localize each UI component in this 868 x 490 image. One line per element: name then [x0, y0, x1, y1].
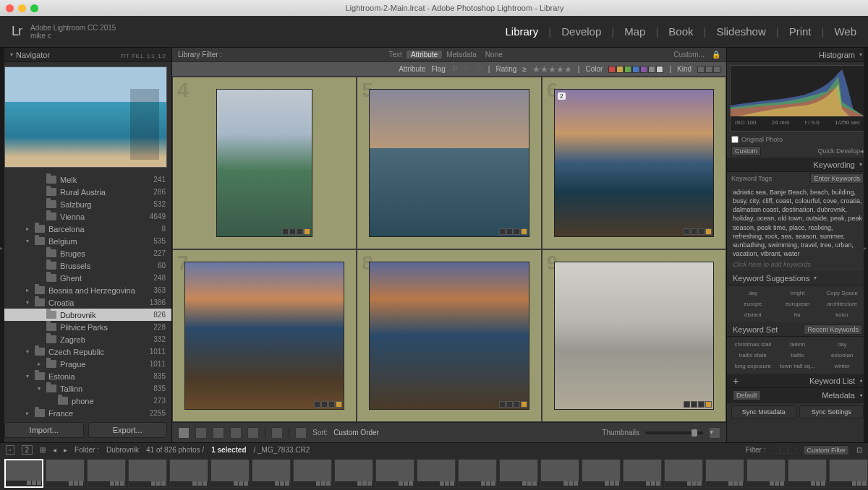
sort-direction-icon[interactable]	[295, 427, 307, 439]
flag-filter-icon[interactable]	[773, 447, 780, 454]
filmstrip[interactable]	[0, 457, 868, 490]
filter-tab-attribute[interactable]: Attribute	[407, 51, 442, 59]
filmstrip-thumbnail[interactable]	[499, 459, 538, 488]
thumb-badge-icon[interactable]	[691, 228, 697, 235]
navigator-preview[interactable]	[4, 66, 167, 168]
thumb-badge-icon[interactable]	[321, 401, 328, 408]
grid-cell[interactable]: 7	[172, 249, 357, 422]
grid-cell[interactable]: 62	[542, 77, 726, 249]
sort-dropdown[interactable]: Custom Order	[333, 429, 379, 437]
disclosure-triangle-icon[interactable]: ▾	[10, 51, 13, 58]
lock-icon[interactable]: 🔒	[712, 51, 720, 59]
thumb-badge-icon[interactable]	[521, 401, 527, 408]
grid-cell[interactable]: 4	[172, 77, 357, 249]
disclosure-arrow-icon[interactable]: ▾	[26, 373, 35, 379]
filmstrip-thumbnail[interactable]	[293, 459, 332, 488]
flag-pick-icon[interactable]: ⚐	[451, 65, 458, 73]
thumb-badge-icon[interactable]	[289, 228, 296, 235]
add-keyword-icon[interactable]: +	[733, 375, 739, 387]
disclosure-arrow-icon[interactable]: ▸	[38, 361, 46, 367]
folder-row[interactable]: ▾Belgium535	[0, 235, 171, 247]
thumb-badge-icon[interactable]	[521, 228, 527, 235]
nav-mode-fill[interactable]: FILL	[132, 53, 144, 59]
thumb-badge-icon[interactable]	[336, 401, 342, 408]
filmstrip-thumbnail[interactable]	[623, 459, 662, 488]
filmstrip-thumbnail[interactable]	[252, 459, 291, 488]
stack-badge[interactable]: 2	[558, 93, 566, 100]
filmstrip-thumbnail[interactable]	[210, 459, 250, 488]
toolbar-menu-icon[interactable]: ▾	[709, 427, 720, 439]
thumb-badge-icon[interactable]	[705, 228, 712, 235]
keyword-suggestion[interactable]: baltic state	[731, 351, 775, 360]
filter-tab-metadata[interactable]: Metadata	[442, 51, 481, 59]
filmstrip-thumbnail[interactable]	[375, 459, 414, 488]
filmstrip-thumbnail[interactable]	[334, 459, 373, 488]
filmstrip-thumbnail[interactable]	[829, 459, 868, 488]
disclosure-triangle-icon[interactable]: ▾	[859, 161, 862, 168]
folder-row[interactable]: ▾Czech Republic1011	[0, 345, 171, 358]
thumbnail[interactable]	[369, 262, 529, 410]
folder-row[interactable]: ▾Estonia835	[0, 370, 171, 382]
keyword-suggestion[interactable]: long exposure	[731, 361, 775, 371]
module-library[interactable]: Library	[505, 25, 538, 38]
thumbnail[interactable]	[369, 89, 529, 237]
flag-unflag-icon[interactable]: ⚐	[464, 65, 470, 73]
disclosure-triangle-icon[interactable]: ◂	[859, 377, 862, 384]
disclosure-triangle-icon[interactable]: ▾	[814, 275, 817, 281]
thumbnail-size-slider[interactable]	[645, 431, 703, 434]
filter-lock-icon[interactable]: ⊡	[856, 446, 862, 454]
folder-row[interactable]: ▾Tallinn835	[0, 382, 171, 395]
close-window-button[interactable]	[6, 4, 14, 12]
export-button[interactable]: Export...	[88, 422, 168, 438]
filter-tab-text[interactable]: Text	[385, 51, 407, 59]
keyword-suggestion[interactable]: Copy Space	[820, 288, 864, 298]
painter-icon[interactable]	[271, 427, 283, 439]
thumb-badge-icon[interactable]	[304, 228, 310, 235]
filmstrip-thumbnail[interactable]	[128, 459, 167, 488]
folder-row[interactable]: Bruges227	[0, 247, 171, 259]
thumb-badge-icon[interactable]	[297, 228, 303, 235]
navigator-header[interactable]: ▾ Navigator FITFILL1:11:2	[0, 48, 171, 62]
grid-nav-icon[interactable]: ⊞	[40, 446, 46, 454]
keyword-suggestion[interactable]: europe	[731, 299, 775, 309]
thumb-badge-icon[interactable]	[499, 401, 506, 408]
kind-vcopy-icon[interactable]	[705, 66, 712, 73]
module-develop[interactable]: Develop	[561, 25, 601, 38]
secondary-window-icon[interactable]: ▫	[6, 445, 14, 455]
filmstrip-thumbnail[interactable]	[540, 459, 579, 488]
nav-mode-fit[interactable]: FIT	[121, 53, 129, 59]
zoom-window-button[interactable]	[30, 4, 38, 12]
filter-tab-none[interactable]: None	[481, 51, 507, 59]
filmstrip-thumbnail[interactable]	[169, 459, 208, 488]
nav-mode-1:1[interactable]: 1:1	[147, 53, 155, 59]
filmstrip-thumbnail[interactable]	[746, 459, 786, 488]
grid-cell[interactable]: 8	[357, 249, 541, 422]
keyword-mode-dropdown[interactable]: Enter Keywords	[810, 173, 864, 184]
keyword-suggestion[interactable]: town hall sq...	[776, 361, 820, 371]
grid-view-icon[interactable]	[178, 427, 190, 439]
keyword-suggestion[interactable]: tallinn	[776, 340, 820, 349]
folder-row[interactable]: ▸Bosnia and Herzegovina363	[0, 284, 171, 296]
disclosure-arrow-icon[interactable]: ▾	[26, 238, 35, 244]
color-swatch[interactable]	[648, 66, 655, 73]
histogram-preset-dropdown[interactable]: Custom	[731, 146, 761, 156]
grid-cell[interactable]: 5	[357, 77, 541, 249]
flag-filter-icon[interactable]	[788, 447, 796, 454]
folder-row[interactable]: Vienna4649	[0, 210, 171, 223]
thumbnail[interactable]	[184, 262, 344, 410]
keyword-suggestion[interactable]: kotor	[820, 310, 864, 319]
folder-row[interactable]: phone273	[0, 395, 171, 407]
thumb-badge-icon[interactable]	[698, 228, 705, 235]
folder-row[interactable]: Dubrovnik826	[0, 309, 171, 321]
thumb-badge-icon[interactable]	[514, 401, 520, 408]
color-swatch[interactable]	[640, 66, 647, 73]
disclosure-triangle-icon[interactable]: ◂	[859, 392, 862, 398]
folder-row[interactable]: Salzburg532	[0, 198, 171, 210]
thumb-badge-icon[interactable]	[514, 228, 520, 235]
keyword-suggestion[interactable]: winter	[820, 361, 864, 371]
thumb-badge-icon[interactable]	[705, 401, 712, 408]
import-button[interactable]: Import...	[4, 422, 84, 438]
filmstrip-thumbnail[interactable]	[788, 459, 827, 488]
thumb-badge-icon[interactable]	[506, 228, 513, 235]
folder-row[interactable]: Plitvice Parks228	[0, 321, 171, 333]
